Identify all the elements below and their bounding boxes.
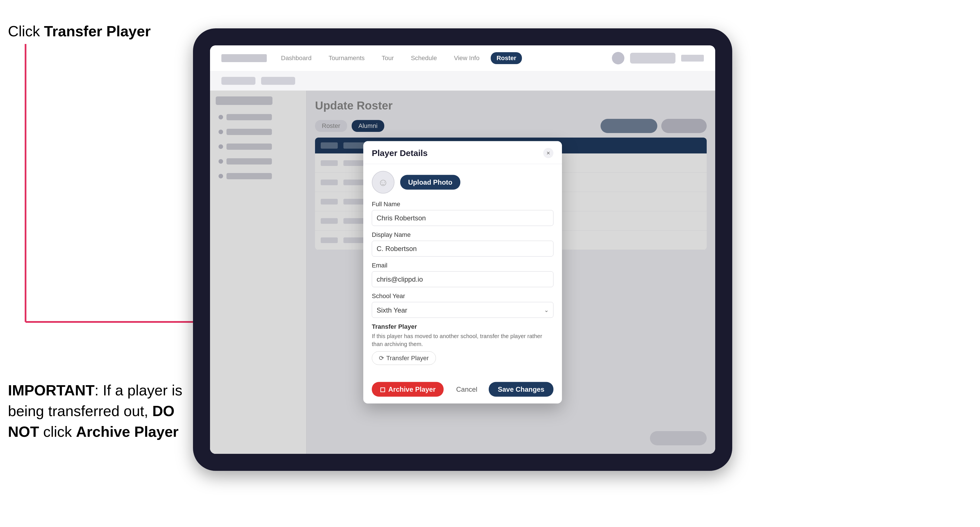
header-right <box>612 52 704 64</box>
transfer-player-section: Transfer Player If this player has moved… <box>372 323 554 365</box>
display-name-field: Display Name <box>372 231 554 257</box>
tablet-screen: Dashboard Tournaments Tour Schedule View… <box>210 45 715 454</box>
archive-icon: ◻ <box>380 386 385 394</box>
display-name-label: Display Name <box>372 231 554 238</box>
nav-item-dashboard[interactable]: Dashboard <box>275 52 317 64</box>
photo-upload-row: ☺ Upload Photo <box>372 171 554 194</box>
nav-item-tournaments[interactable]: Tournaments <box>323 52 371 64</box>
nav-item-roster[interactable]: Roster <box>491 52 522 64</box>
person-icon: ☺ <box>378 176 388 188</box>
modal-title: Player Details <box>372 148 428 158</box>
archive-player-button[interactable]: ◻ Archive Player <box>372 382 444 397</box>
app-header: Dashboard Tournaments Tour Schedule View… <box>210 45 715 71</box>
nav-item-schedule[interactable]: Schedule <box>405 52 443 64</box>
nav-item-tour[interactable]: Tour <box>376 52 399 64</box>
transfer-icon: ⟳ <box>379 354 384 362</box>
email-label: Email <box>372 262 554 269</box>
archive-btn-label: Archive Player <box>388 386 436 394</box>
modal-header: Player Details × <box>363 141 562 164</box>
transfer-player-button[interactable]: ⟳ Transfer Player <box>372 351 436 365</box>
sub-header-item-1 <box>221 77 255 85</box>
cancel-button[interactable]: Cancel <box>450 382 483 397</box>
modal-body: ☺ Upload Photo Full Name Display Name <box>363 164 562 378</box>
upload-photo-button[interactable]: Upload Photo <box>400 175 460 190</box>
modal-footer: ◻ Archive Player Cancel Save Changes <box>363 378 562 404</box>
display-name-input[interactable] <box>372 241 554 257</box>
school-year-label: School Year <box>372 292 554 300</box>
tablet-frame: Dashboard Tournaments Tour Schedule View… <box>193 29 732 471</box>
header-action-btn[interactable] <box>630 53 676 63</box>
instruction-prefix: Click <box>8 23 44 40</box>
transfer-section-title: Transfer Player <box>372 323 554 330</box>
nav-item-viewinfo[interactable]: View Info <box>448 52 485 64</box>
avatar: ☺ <box>372 171 395 194</box>
school-year-field: School Year Sixth Year Fifth Year Fourth… <box>372 292 554 318</box>
close-label: × <box>547 149 550 157</box>
footer-right: Cancel Save Changes <box>450 382 554 397</box>
transfer-section-description: If this player has moved to another scho… <box>372 332 554 348</box>
header-avatar <box>612 52 624 64</box>
instruction-highlight: Transfer Player <box>44 23 151 40</box>
header-text <box>681 55 704 62</box>
sub-header-item-2 <box>261 77 295 85</box>
player-details-modal: Player Details × ☺ Upload Photo <box>363 141 562 404</box>
important-label: IMPORTANT: If a player is being transfer… <box>8 382 182 440</box>
save-changes-button[interactable]: Save Changes <box>489 382 554 397</box>
sub-header <box>210 71 715 91</box>
email-input[interactable] <box>372 271 554 287</box>
app-logo <box>221 54 267 62</box>
full-name-input[interactable] <box>372 210 554 226</box>
transfer-btn-label: Transfer Player <box>386 354 429 362</box>
school-year-select-wrapper: Sixth Year Fifth Year Fourth Year Third … <box>372 302 554 318</box>
app-nav: Dashboard Tournaments Tour Schedule View… <box>275 52 603 64</box>
email-field: Email <box>372 262 554 287</box>
instruction-bottom: IMPORTANT: If a player is being transfer… <box>8 380 189 442</box>
full-name-field: Full Name <box>372 200 554 226</box>
content-area: Update Roster Roster Alumni <box>210 91 715 454</box>
close-icon[interactable]: × <box>543 148 554 158</box>
instruction-top: Click Transfer Player <box>8 23 151 40</box>
school-year-select[interactable]: Sixth Year Fifth Year Fourth Year Third … <box>372 302 554 318</box>
full-name-label: Full Name <box>372 200 554 208</box>
